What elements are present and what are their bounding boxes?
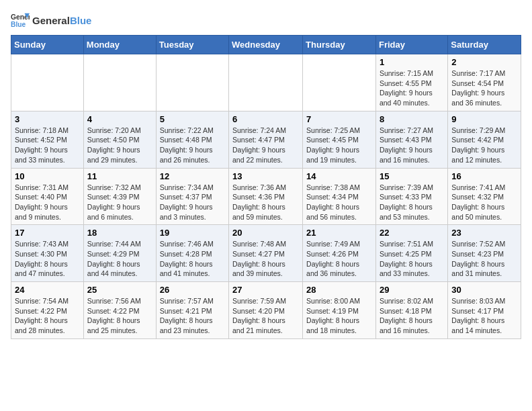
calendar-cell: 27Sunrise: 7:59 AMSunset: 4:20 PMDayligh… xyxy=(229,282,303,339)
day-info: Sunrise: 7:32 AMSunset: 4:39 PMDaylight:… xyxy=(87,183,152,222)
day-of-week-header: Sunday xyxy=(11,36,84,54)
day-number: 28 xyxy=(306,285,372,295)
day-info: Sunrise: 7:38 AMSunset: 4:34 PMDaylight:… xyxy=(306,183,372,222)
calendar-cell: 6Sunrise: 7:24 AMSunset: 4:47 PMDaylight… xyxy=(229,111,303,168)
calendar-week-row: 17Sunrise: 7:43 AMSunset: 4:30 PMDayligh… xyxy=(11,225,521,282)
day-number: 29 xyxy=(380,285,444,295)
calendar-cell: 3Sunrise: 7:18 AMSunset: 4:52 PMDaylight… xyxy=(11,111,84,168)
calendar-cell: 28Sunrise: 8:00 AMSunset: 4:19 PMDayligh… xyxy=(303,282,376,339)
calendar-cell xyxy=(303,54,376,111)
day-number: 16 xyxy=(451,171,517,181)
calendar-cell: 8Sunrise: 7:27 AMSunset: 4:43 PMDaylight… xyxy=(375,111,447,168)
day-info: Sunrise: 7:29 AMSunset: 4:42 PMDaylight:… xyxy=(451,126,517,165)
day-number: 25 xyxy=(87,285,152,295)
day-number: 20 xyxy=(232,228,299,238)
day-number: 17 xyxy=(15,228,80,238)
calendar-cell: 24Sunrise: 7:54 AMSunset: 4:22 PMDayligh… xyxy=(11,282,84,339)
calendar-week-row: 10Sunrise: 7:31 AMSunset: 4:40 PMDayligh… xyxy=(11,168,521,225)
day-info: Sunrise: 7:41 AMSunset: 4:32 PMDaylight:… xyxy=(451,183,517,222)
svg-text:Blue: Blue xyxy=(11,21,26,28)
day-number: 8 xyxy=(380,114,444,124)
day-number: 30 xyxy=(451,285,517,295)
day-info: Sunrise: 7:54 AMSunset: 4:22 PMDaylight:… xyxy=(15,296,80,336)
day-number: 10 xyxy=(15,171,80,181)
day-info: Sunrise: 7:34 AMSunset: 4:37 PMDaylight:… xyxy=(160,183,225,222)
day-of-week-header: Tuesday xyxy=(156,36,228,54)
day-number: 3 xyxy=(15,114,80,124)
day-info: Sunrise: 7:17 AMSunset: 4:54 PMDaylight:… xyxy=(451,68,517,108)
calendar-cell: 14Sunrise: 7:38 AMSunset: 4:34 PMDayligh… xyxy=(303,168,376,225)
day-number: 27 xyxy=(232,285,299,295)
calendar-table: SundayMondayTuesdayWednesdayThursdayFrid… xyxy=(11,35,521,339)
day-info: Sunrise: 7:51 AMSunset: 4:25 PMDaylight:… xyxy=(380,239,444,279)
calendar-cell: 18Sunrise: 7:44 AMSunset: 4:29 PMDayligh… xyxy=(83,225,156,282)
day-info: Sunrise: 7:31 AMSunset: 4:40 PMDaylight:… xyxy=(15,183,80,222)
day-info: Sunrise: 7:36 AMSunset: 4:36 PMDaylight:… xyxy=(232,183,299,222)
day-info: Sunrise: 7:56 AMSunset: 4:22 PMDaylight:… xyxy=(87,296,152,336)
logo: General Blue GeneralBlue xyxy=(11,11,91,30)
day-of-week-header: Monday xyxy=(83,36,156,54)
day-of-week-header: Wednesday xyxy=(229,36,303,54)
day-number: 6 xyxy=(232,114,299,124)
day-info: Sunrise: 7:15 AMSunset: 4:55 PMDaylight:… xyxy=(380,68,444,108)
day-of-week-header: Thursday xyxy=(303,36,376,54)
day-number: 7 xyxy=(306,114,372,124)
calendar-cell: 4Sunrise: 7:20 AMSunset: 4:50 PMDaylight… xyxy=(83,111,156,168)
day-info: Sunrise: 7:49 AMSunset: 4:26 PMDaylight:… xyxy=(306,239,372,279)
day-info: Sunrise: 7:57 AMSunset: 4:21 PMDaylight:… xyxy=(160,296,225,336)
calendar-cell: 30Sunrise: 8:03 AMSunset: 4:17 PMDayligh… xyxy=(448,282,521,339)
calendar-cell: 2Sunrise: 7:17 AMSunset: 4:54 PMDaylight… xyxy=(448,54,521,111)
day-number: 1 xyxy=(380,57,444,67)
calendar-week-row: 1Sunrise: 7:15 AMSunset: 4:55 PMDaylight… xyxy=(11,54,521,111)
calendar-cell: 21Sunrise: 7:49 AMSunset: 4:26 PMDayligh… xyxy=(303,225,376,282)
day-info: Sunrise: 7:44 AMSunset: 4:29 PMDaylight:… xyxy=(87,239,152,279)
day-info: Sunrise: 7:43 AMSunset: 4:30 PMDaylight:… xyxy=(15,239,80,279)
logo-blue: Blue xyxy=(70,15,92,26)
calendar-cell: 11Sunrise: 7:32 AMSunset: 4:39 PMDayligh… xyxy=(83,168,156,225)
calendar-cell: 19Sunrise: 7:46 AMSunset: 4:28 PMDayligh… xyxy=(156,225,228,282)
calendar-cell: 10Sunrise: 7:31 AMSunset: 4:40 PMDayligh… xyxy=(11,168,84,225)
day-number: 22 xyxy=(380,228,444,238)
calendar-week-row: 24Sunrise: 7:54 AMSunset: 4:22 PMDayligh… xyxy=(11,282,521,339)
day-info: Sunrise: 7:18 AMSunset: 4:52 PMDaylight:… xyxy=(15,126,80,165)
day-number: 13 xyxy=(232,171,299,181)
day-info: Sunrise: 7:24 AMSunset: 4:47 PMDaylight:… xyxy=(232,126,299,165)
day-number: 18 xyxy=(87,228,152,238)
day-number: 2 xyxy=(451,57,517,67)
day-number: 21 xyxy=(306,228,372,238)
day-number: 14 xyxy=(306,171,372,181)
day-number: 9 xyxy=(451,114,517,124)
day-info: Sunrise: 8:00 AMSunset: 4:19 PMDaylight:… xyxy=(306,296,372,336)
calendar-cell: 22Sunrise: 7:51 AMSunset: 4:25 PMDayligh… xyxy=(375,225,447,282)
day-info: Sunrise: 7:25 AMSunset: 4:45 PMDaylight:… xyxy=(306,126,372,165)
day-number: 15 xyxy=(380,171,444,181)
calendar-cell xyxy=(83,54,156,111)
calendar-cell: 12Sunrise: 7:34 AMSunset: 4:37 PMDayligh… xyxy=(156,168,228,225)
day-info: Sunrise: 7:48 AMSunset: 4:27 PMDaylight:… xyxy=(232,239,299,279)
calendar-cell: 29Sunrise: 8:02 AMSunset: 4:18 PMDayligh… xyxy=(375,282,447,339)
logo-icon: General Blue xyxy=(11,11,30,30)
day-number: 4 xyxy=(87,114,152,124)
calendar-cell: 20Sunrise: 7:48 AMSunset: 4:27 PMDayligh… xyxy=(229,225,303,282)
calendar-cell: 13Sunrise: 7:36 AMSunset: 4:36 PMDayligh… xyxy=(229,168,303,225)
day-info: Sunrise: 7:39 AMSunset: 4:33 PMDaylight:… xyxy=(380,183,444,222)
day-info: Sunrise: 8:02 AMSunset: 4:18 PMDaylight:… xyxy=(380,296,444,336)
calendar-cell: 16Sunrise: 7:41 AMSunset: 4:32 PMDayligh… xyxy=(448,168,521,225)
calendar-cell: 23Sunrise: 7:52 AMSunset: 4:23 PMDayligh… xyxy=(448,225,521,282)
day-number: 5 xyxy=(160,114,225,124)
day-of-week-header: Saturday xyxy=(448,36,521,54)
day-info: Sunrise: 7:46 AMSunset: 4:28 PMDaylight:… xyxy=(160,239,225,279)
day-number: 23 xyxy=(451,228,517,238)
calendar-cell xyxy=(11,54,84,111)
calendar-cell: 26Sunrise: 7:57 AMSunset: 4:21 PMDayligh… xyxy=(156,282,228,339)
day-info: Sunrise: 7:27 AMSunset: 4:43 PMDaylight:… xyxy=(380,126,444,165)
calendar-cell: 9Sunrise: 7:29 AMSunset: 4:42 PMDaylight… xyxy=(448,111,521,168)
calendar-cell: 15Sunrise: 7:39 AMSunset: 4:33 PMDayligh… xyxy=(375,168,447,225)
calendar-cell xyxy=(156,54,228,111)
calendar-cell: 25Sunrise: 7:56 AMSunset: 4:22 PMDayligh… xyxy=(83,282,156,339)
day-number: 24 xyxy=(15,285,80,295)
day-info: Sunrise: 7:59 AMSunset: 4:20 PMDaylight:… xyxy=(232,296,299,336)
logo-general: General xyxy=(32,15,70,26)
calendar-cell: 17Sunrise: 7:43 AMSunset: 4:30 PMDayligh… xyxy=(11,225,84,282)
calendar-cell: 1Sunrise: 7:15 AMSunset: 4:55 PMDaylight… xyxy=(375,54,447,111)
